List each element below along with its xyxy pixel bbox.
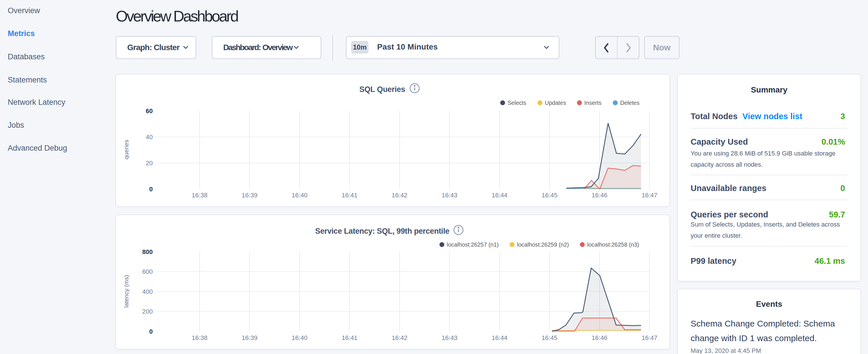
svg-text:localhost:26258 (n3): localhost:26258 (n3) (587, 242, 639, 248)
svg-text:16:46: 16:46 (592, 334, 608, 342)
svg-text:600: 600 (142, 268, 153, 275)
svg-text:Selects: Selects (507, 100, 526, 106)
svg-text:16:43: 16:43 (442, 192, 457, 199)
svg-text:40: 40 (146, 133, 153, 141)
svg-text:16:45: 16:45 (541, 334, 557, 342)
svg-text:16:41: 16:41 (342, 334, 358, 342)
svg-text:Deletes: Deletes (620, 100, 640, 106)
svg-text:16:44: 16:44 (492, 334, 507, 342)
svg-text:16:38: 16:38 (192, 334, 208, 342)
svg-text:400: 400 (142, 288, 153, 295)
svg-text:16:40: 16:40 (292, 192, 308, 199)
svg-text:16:42: 16:42 (392, 192, 407, 199)
svg-text:Updates: Updates (545, 100, 566, 106)
svg-text:16:39: 16:39 (242, 334, 257, 342)
svg-text:0: 0 (149, 186, 153, 193)
svg-text:16:39: 16:39 (242, 192, 257, 199)
svg-text:16:44: 16:44 (492, 192, 507, 199)
svg-text:16:43: 16:43 (442, 334, 457, 342)
svg-text:0: 0 (149, 328, 153, 335)
svg-text:60: 60 (146, 107, 153, 115)
svg-text:latency (ms): latency (ms) (123, 275, 129, 308)
svg-text:16:42: 16:42 (392, 334, 407, 342)
svg-text:16:38: 16:38 (192, 192, 208, 199)
svg-text:16:45: 16:45 (541, 192, 557, 199)
svg-text:Inserts: Inserts (584, 100, 601, 106)
svg-text:localhost:26257 (n1): localhost:26257 (n1) (447, 242, 499, 248)
svg-text:queries: queries (123, 140, 129, 160)
svg-text:Service Latency: SQL, 99th per: Service Latency: SQL, 99th percentile (315, 227, 450, 235)
svg-text:16:41: 16:41 (342, 192, 358, 199)
svg-text:16:46: 16:46 (592, 192, 608, 199)
svg-text:SQL Queries: SQL Queries (359, 85, 405, 94)
svg-text:20: 20 (146, 160, 153, 167)
svg-text:16:40: 16:40 (292, 334, 308, 342)
svg-text:16:47: 16:47 (642, 192, 657, 199)
svg-text:800: 800 (142, 248, 153, 255)
svg-text:16:47: 16:47 (642, 334, 657, 342)
svg-text:200: 200 (142, 308, 153, 315)
svg-text:localhost:26259 (n2): localhost:26259 (n2) (517, 242, 569, 248)
